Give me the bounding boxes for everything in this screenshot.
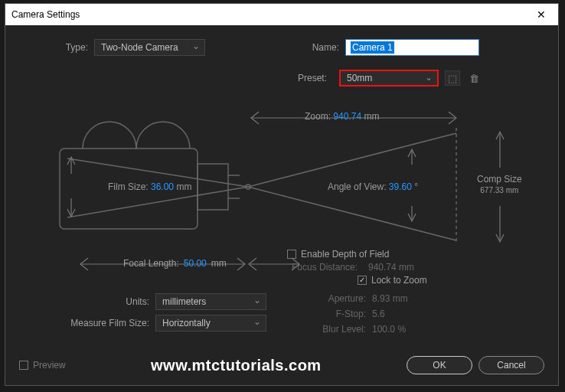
window-title: Camera Settings: [11, 9, 80, 20]
name-input[interactable]: Camera 1: [345, 39, 479, 56]
measure-label: Measure Film Size:: [65, 318, 149, 328]
focusdistance-value: 940.74 mm: [368, 262, 414, 273]
camera-diagram: Zoom: 940.74 mm Film Size: 36.00 mm Angl…: [21, 91, 542, 244]
titlebar: Camera Settings ✕: [5, 4, 558, 25]
preset-select[interactable]: 50mm: [339, 70, 439, 87]
type-label: Type:: [57, 42, 88, 53]
trash-icon[interactable]: 🗑: [466, 70, 482, 86]
blur-label: Blur Level:: [312, 324, 366, 335]
locktozoom-checkbox[interactable]: [358, 276, 367, 285]
dialog-content: Type: Two-Node Camera Name: Camera 1 Pre…: [5, 25, 558, 385]
aperture-value: 8.93 mm: [372, 293, 408, 304]
close-icon[interactable]: ✕: [531, 7, 552, 22]
cancel-button[interactable]: Cancel: [478, 356, 544, 374]
measure-select[interactable]: Horizontally: [155, 315, 266, 332]
enable-dof-checkbox[interactable]: [287, 250, 296, 259]
focusdistance-label: Focus Distance:: [287, 262, 358, 273]
save-preset-icon[interactable]: ⬚: [445, 70, 460, 86]
fstop-label: F-Stop:: [312, 309, 366, 319]
preview-checkbox[interactable]: [19, 361, 28, 370]
fstop-value: 5.6: [372, 309, 385, 319]
compsize-readout: Comp Size 677.33 mm: [477, 174, 522, 195]
camera-settings-window: Camera Settings ✕ Type: Two-Node Camera …: [5, 3, 559, 386]
name-label: Name:: [305, 42, 339, 53]
preview-label: Preview: [33, 360, 66, 371]
filmsize-readout: Film Size: 36.00 mm: [108, 181, 191, 192]
blur-value: 100.0 %: [372, 324, 406, 335]
zoom-readout: Zoom: 940.74 mm: [305, 111, 379, 122]
units-select[interactable]: millimeters: [155, 293, 266, 310]
enable-dof-label: Enable Depth of Field: [301, 249, 389, 260]
svg-line-6: [248, 187, 456, 240]
angleofview-readout: Angle of View: 39.60 °: [328, 181, 418, 192]
type-select[interactable]: Two-Node Camera: [94, 39, 205, 56]
svg-rect-1: [198, 164, 228, 210]
svg-line-5: [248, 133, 456, 187]
watermark-text: www.mtctutorials.com: [151, 357, 322, 374]
focallength-readout: Focal Length: 50.00 mm: [123, 258, 227, 269]
locktozoom-label: Lock to Zoom: [371, 275, 427, 286]
name-value: Camera 1: [351, 41, 394, 54]
aperture-label: Aperture:: [312, 293, 366, 304]
preset-label: Preset:: [298, 73, 327, 83]
ok-button[interactable]: OK: [407, 356, 472, 374]
units-label: Units:: [65, 296, 149, 307]
